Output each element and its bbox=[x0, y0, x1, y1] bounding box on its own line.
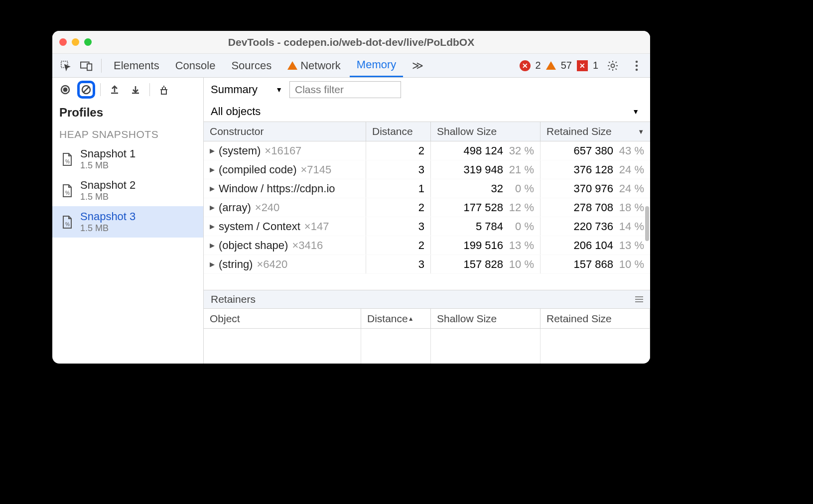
constructor-count: ×147 bbox=[304, 220, 329, 233]
upload-profile-button[interactable] bbox=[106, 81, 124, 99]
distance-cell: 3 bbox=[366, 255, 431, 273]
tabs-overflow[interactable]: ≫ bbox=[405, 54, 430, 77]
retained-cell: 278 70818 % bbox=[541, 198, 650, 217]
constructor-count: ×7145 bbox=[301, 163, 332, 176]
class-filter-input[interactable] bbox=[289, 81, 401, 98]
minimize-window-button[interactable] bbox=[72, 38, 79, 46]
tabbar: Elements Console Sources Network Memory … bbox=[52, 54, 650, 78]
svg-text:%: % bbox=[65, 159, 70, 164]
settings-icon[interactable] bbox=[603, 56, 622, 75]
shallow-cell: 498 12432 % bbox=[431, 141, 541, 160]
chevron-down-icon: ▼ bbox=[275, 86, 282, 94]
filter-row: Summary ▼ bbox=[204, 78, 650, 102]
tab-sources[interactable]: Sources bbox=[224, 54, 278, 77]
retainers-body bbox=[204, 329, 650, 364]
body-area: Profiles HEAP SNAPSHOTS % Snapshot 1 1.5… bbox=[52, 78, 650, 364]
constructor-name: Window / https://cdpn.io bbox=[219, 182, 335, 195]
svg-text:%: % bbox=[65, 190, 70, 196]
maximize-window-button[interactable] bbox=[84, 38, 92, 46]
scope-dropdown[interactable]: All objects ▼ bbox=[204, 102, 650, 122]
record-button[interactable] bbox=[56, 81, 74, 99]
shallow-cell: 157 82810 % bbox=[431, 255, 541, 273]
tab-console[interactable]: Console bbox=[168, 54, 223, 77]
table-row[interactable]: ▶ (string) ×6420 3 157 82810 % 157 86810… bbox=[204, 255, 650, 274]
ret-col-retained[interactable]: Retained Size bbox=[541, 309, 650, 328]
expand-icon[interactable]: ▶ bbox=[210, 223, 215, 230]
table-row[interactable]: ▶ system / Context ×147 3 5 7840 % 220 7… bbox=[204, 217, 650, 236]
table-row[interactable]: ▶ (system) ×16167 2 498 12432 % 657 3804… bbox=[204, 141, 650, 160]
col-shallow[interactable]: Shallow Size bbox=[431, 122, 541, 141]
shallow-cell: 320 % bbox=[431, 179, 541, 198]
retained-cell: 376 12824 % bbox=[541, 160, 650, 179]
table-header: Constructor Distance Shallow Size Retain… bbox=[204, 122, 650, 141]
expand-icon[interactable]: ▶ bbox=[210, 166, 215, 173]
file-icon: % bbox=[61, 152, 73, 166]
table-body[interactable]: ▶ (system) ×16167 2 498 12432 % 657 3804… bbox=[204, 141, 650, 290]
profiles-heading: Profiles bbox=[52, 102, 203, 124]
constructor-name: (system) bbox=[219, 144, 261, 157]
ret-col-shallow[interactable]: Shallow Size bbox=[431, 309, 541, 328]
retained-cell: 206 10413 % bbox=[541, 236, 650, 254]
expand-icon[interactable]: ▶ bbox=[210, 242, 215, 249]
kebab-menu-icon[interactable] bbox=[627, 56, 646, 75]
retained-cell: 657 38043 % bbox=[541, 141, 650, 160]
window-title: DevTools - codepen.io/web-dot-dev/live/P… bbox=[52, 36, 650, 48]
expand-icon[interactable]: ▶ bbox=[210, 147, 215, 154]
snapshot-size: 1.5 MB bbox=[80, 223, 136, 234]
table-row[interactable]: ▶ Window / https://cdpn.io 1 320 % 370 9… bbox=[204, 179, 650, 198]
expand-icon[interactable]: ▶ bbox=[210, 260, 215, 268]
svg-text:%: % bbox=[65, 222, 70, 227]
distance-cell: 3 bbox=[366, 160, 431, 179]
expand-icon[interactable]: ▶ bbox=[210, 204, 215, 211]
table-row[interactable]: ▶ (array) ×240 2 177 52812 % 278 70818 % bbox=[204, 198, 650, 217]
constructor-name: (string) bbox=[219, 258, 253, 271]
distance-cell: 2 bbox=[366, 141, 431, 160]
snapshot-item[interactable]: % Snapshot 1 1.5 MB bbox=[52, 143, 203, 175]
view-dropdown[interactable]: Summary ▼ bbox=[211, 83, 282, 96]
retainers-header: Object Distance▲ Shallow Size Retained S… bbox=[204, 309, 650, 329]
constructor-count: ×240 bbox=[255, 201, 280, 214]
warning-icon[interactable] bbox=[546, 61, 556, 70]
snapshot-name: Snapshot 2 bbox=[80, 179, 136, 192]
sort-desc-icon: ▼ bbox=[638, 128, 644, 135]
heap-snapshots-heading: HEAP SNAPSHOTS bbox=[52, 124, 203, 143]
distance-cell: 3 bbox=[366, 217, 431, 236]
inspect-element-icon[interactable] bbox=[56, 56, 75, 75]
scrollbar[interactable] bbox=[645, 206, 649, 241]
file-icon: % bbox=[61, 184, 73, 198]
sidebar: Profiles HEAP SNAPSHOTS % Snapshot 1 1.5… bbox=[52, 78, 204, 364]
ret-col-distance[interactable]: Distance▲ bbox=[361, 309, 431, 328]
snapshot-item[interactable]: % Snapshot 3 1.5 MB bbox=[52, 206, 203, 238]
close-window-button[interactable] bbox=[59, 38, 67, 46]
col-constructor[interactable]: Constructor bbox=[204, 122, 366, 141]
tab-elements[interactable]: Elements bbox=[107, 54, 166, 77]
tab-memory[interactable]: Memory bbox=[350, 54, 403, 77]
snapshot-name: Snapshot 1 bbox=[80, 147, 136, 160]
svg-line-10 bbox=[83, 87, 89, 93]
device-toolbar-icon[interactable] bbox=[77, 56, 96, 75]
profile-toolbar bbox=[52, 78, 203, 102]
window-controls bbox=[59, 38, 92, 46]
table-row[interactable]: ▶ (compiled code) ×7145 3 319 94821 % 37… bbox=[204, 160, 650, 179]
table-row[interactable]: ▶ (object shape) ×3416 2 199 51613 % 206… bbox=[204, 236, 650, 255]
col-retained[interactable]: Retained Size▼ bbox=[541, 122, 650, 141]
garbage-collect-button[interactable] bbox=[155, 81, 173, 99]
col-distance[interactable]: Distance bbox=[366, 122, 431, 141]
download-profile-button[interactable] bbox=[127, 81, 144, 99]
snapshot-size: 1.5 MB bbox=[80, 160, 136, 171]
expand-icon[interactable]: ▶ bbox=[210, 185, 215, 192]
svg-point-8 bbox=[63, 88, 68, 92]
error-icon[interactable]: ✕ bbox=[520, 60, 531, 71]
ret-col-object[interactable]: Object bbox=[204, 309, 361, 328]
retained-cell: 220 73614 % bbox=[541, 217, 650, 236]
clear-profiles-button[interactable] bbox=[77, 81, 95, 99]
message-icon[interactable]: ✕ bbox=[577, 60, 588, 71]
constructor-name: (compiled code) bbox=[219, 163, 297, 176]
snapshot-size: 1.5 MB bbox=[80, 192, 136, 202]
svg-point-5 bbox=[636, 64, 638, 67]
tab-network[interactable]: Network bbox=[280, 54, 348, 77]
retainers-titlebar[interactable]: Retainers bbox=[204, 290, 650, 309]
distance-cell: 2 bbox=[366, 198, 431, 217]
retainers-menu-icon[interactable] bbox=[635, 296, 643, 302]
snapshot-item[interactable]: % Snapshot 2 1.5 MB bbox=[52, 175, 203, 206]
